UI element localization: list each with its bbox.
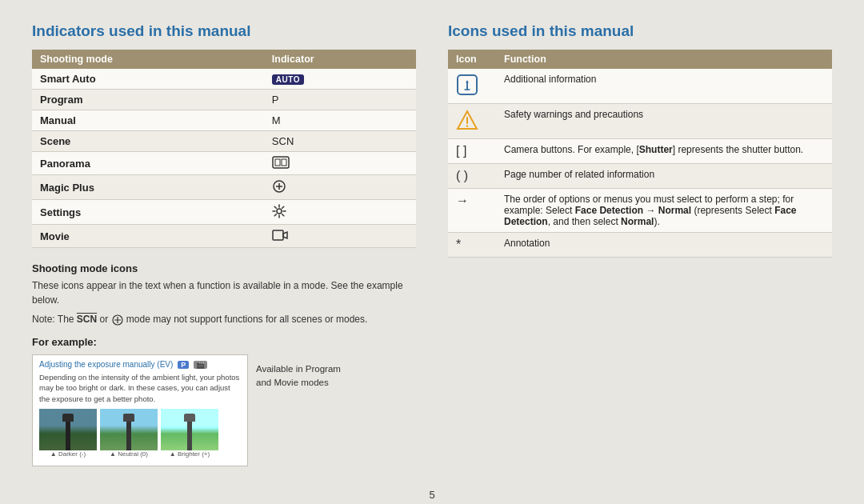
mode-label: Scene [32, 131, 264, 152]
right-column: Icons used in this manual Icon Function [448, 22, 832, 466]
img-placeholder-brighter [161, 409, 218, 450]
svg-rect-2 [282, 159, 286, 166]
example-desc: Depending on the intensity of the ambien… [39, 372, 241, 404]
icon-cell-warning [448, 104, 496, 139]
info-icon [456, 74, 478, 96]
function-text-warning: Safety warnings and precautions [496, 104, 832, 139]
table-row: Magic Plus [32, 175, 416, 200]
img-brighter: ▲ Brighter (+) [161, 409, 218, 458]
icon-cell-arrow: → [448, 189, 496, 233]
example-container: Adjusting the exposure manually (EV) P 🎬… [32, 354, 416, 466]
svg-point-10 [466, 125, 468, 126]
col-shooting-mode: Shooting mode [32, 50, 264, 69]
inline-icon [111, 314, 124, 326]
mode-label: Manual [32, 110, 264, 131]
shooting-mode-icons-title: Shooting mode icons [32, 262, 416, 274]
icon-cell-info [448, 69, 496, 104]
page-footer: 5 [0, 482, 864, 504]
tower-brighter [187, 420, 192, 450]
shooting-mode-text: These icons appear in the text when a fu… [32, 278, 416, 307]
mode-label: Movie [32, 225, 264, 248]
example-images: ▲ Darker (-) ▲ Neutral (0) ▲ Brighter (+… [39, 409, 241, 458]
table-row: Movie [32, 225, 416, 248]
scn-text: SCN [77, 314, 97, 325]
p-badge: P [178, 361, 189, 369]
img-label-brighter: ▲ Brighter (+) [161, 450, 218, 458]
table-row: → The order of options or menus you must… [448, 189, 832, 233]
indicator-cell [264, 225, 416, 248]
table-row: Additional information [448, 69, 832, 104]
indicator-cell: P [264, 90, 416, 110]
mode-label: Panorama [32, 152, 264, 175]
icon-cell-paren: ( ) [448, 164, 496, 189]
mode-label: Program [32, 90, 264, 110]
indicator-table: Shooting mode Indicator Smart Auto AUTO … [32, 50, 416, 248]
mode-label: Settings [32, 200, 264, 225]
table-row: Manual M [32, 110, 416, 131]
img-darker: ▲ Darker (-) [39, 409, 97, 458]
table-row: Scene SCN [32, 131, 416, 152]
function-text-paren: Page number of related information [496, 164, 832, 189]
left-column: Indicators used in this manual Shooting … [32, 22, 416, 466]
movie-icon [272, 229, 288, 242]
table-row: Safety warnings and precautions [448, 104, 832, 139]
col-indicator: Indicator [264, 50, 416, 69]
right-section-title: Icons used in this manual [448, 22, 832, 40]
icon-cell-asterisk: * [448, 233, 496, 258]
settings-icon [272, 204, 286, 218]
function-text-bracket: Camera buttons. For example, [Shutter] r… [496, 139, 832, 164]
col-function: Function [496, 50, 832, 69]
indicator-cell: AUTO [264, 69, 416, 90]
table-row: Smart Auto AUTO [32, 69, 416, 90]
example-header: Adjusting the exposure manually (EV) P 🎬 [39, 360, 241, 369]
example-link: Adjusting the exposure manually (EV) [39, 360, 173, 369]
tower-neutral [126, 420, 131, 450]
indicator-cell [264, 152, 416, 175]
tower-darker [66, 420, 70, 450]
mode-label: Smart Auto [32, 69, 264, 90]
available-text: Available in Programand Movie modes [256, 354, 341, 390]
table-row: * Annotation [448, 233, 832, 258]
img-label-neutral: ▲ Neutral (0) [100, 450, 158, 458]
icon-cell-bracket: [ ] [448, 139, 496, 164]
svg-rect-5 [273, 230, 283, 240]
function-text-asterisk: Annotation [496, 233, 832, 258]
panorama-icon [272, 156, 290, 169]
table-row: [ ] Camera buttons. For example, [Shutte… [448, 139, 832, 164]
magic-plus-icon [272, 179, 286, 194]
svg-marker-6 [283, 232, 287, 238]
indicator-cell: M [264, 110, 416, 131]
img-placeholder-darker [39, 409, 97, 450]
mode-label: Magic Plus [32, 175, 264, 200]
page-number: 5 [429, 489, 434, 501]
left-section-title: Indicators used in this manual [32, 22, 416, 40]
note-text: Note: The SCN or mode may not support fu… [32, 312, 416, 326]
indicator-cell: SCN [264, 131, 416, 152]
svg-rect-1 [275, 159, 280, 166]
img-placeholder-neutral [100, 409, 158, 450]
svg-point-4 [277, 209, 282, 214]
img-neutral: ▲ Neutral (0) [100, 409, 158, 458]
img-label-darker: ▲ Darker (-) [39, 450, 97, 458]
function-text-arrow: The order of options or menus you must s… [496, 189, 832, 233]
col-icon: Icon [448, 50, 496, 69]
table-row: Panorama [32, 152, 416, 175]
table-row: Program P [32, 90, 416, 110]
indicator-cell [264, 200, 416, 225]
warning-icon [456, 109, 478, 131]
table-row: ( ) Page number of related information [448, 164, 832, 189]
auto-badge: AUTO [272, 74, 304, 85]
for-example-title: For example: [32, 336, 416, 348]
indicator-cell [264, 175, 416, 200]
example-box: Adjusting the exposure manually (EV) P 🎬… [32, 354, 248, 466]
table-row: Settings [32, 200, 416, 225]
icons-table: Icon Function Additional information [448, 50, 832, 258]
movie-badge: 🎬 [194, 361, 207, 369]
function-text-info: Additional information [496, 69, 832, 104]
